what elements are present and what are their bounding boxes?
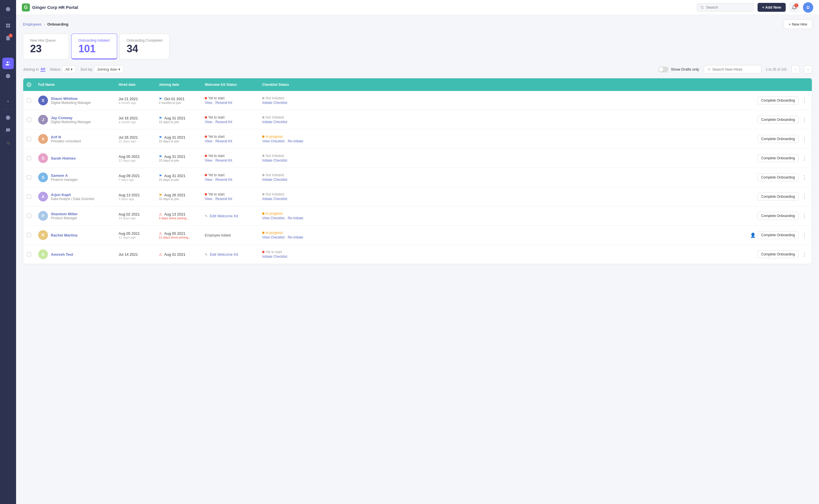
welcome-action-1[interactable]: Resend Kit	[215, 101, 232, 105]
initiate-checklist-link[interactable]: Initiate Checklist	[262, 101, 313, 105]
employee-name[interactable]: Shaun Whitlow	[51, 96, 91, 101]
initiate-checklist-link[interactable]: Initiate Checklist	[262, 120, 313, 124]
view-checklist-link[interactable]: View Checklist	[262, 139, 284, 143]
complete-onboarding-button[interactable]: Complete Onboarding	[758, 116, 799, 124]
sidebar-item-people[interactable]	[2, 58, 14, 69]
complete-onboarding-button[interactable]: Complete Onboarding	[758, 135, 799, 143]
hired-date: Aug 05 2021	[119, 231, 152, 236]
checklist-action-links: View Checklist | Re-initiate	[262, 139, 313, 143]
row-action-menu[interactable]: ⋮	[800, 135, 808, 143]
complete-onboarding-button[interactable]: Complete Onboarding	[758, 154, 799, 162]
initiate-checklist-link[interactable]: Initiate Checklist	[262, 158, 313, 162]
complete-onboarding-button[interactable]: Complete Onboarding	[758, 231, 799, 239]
reinitiate-link[interactable]: Re-initiate	[288, 235, 303, 239]
employee-name[interactable]: Rachel Martina	[51, 233, 77, 237]
actions-cell: Complete Onboarding ⋮	[316, 134, 812, 144]
search-hires-input[interactable]	[712, 67, 757, 71]
edit-welcome-kit-link[interactable]: Edit Welcome Kit	[210, 252, 238, 257]
complete-onboarding-button[interactable]: Complete Onboarding	[758, 96, 799, 104]
row-action-menu[interactable]: ⋮	[800, 212, 808, 220]
next-page-button[interactable]	[804, 65, 812, 73]
table-row: P Shantom Miller Product Manager Aug 02 …	[23, 206, 812, 226]
employee-name[interactable]: Sarah Holmes	[51, 156, 76, 160]
user-avatar[interactable]: D	[803, 2, 813, 13]
notification-icon[interactable]: 1	[789, 2, 799, 13]
row-checkbox[interactable]	[27, 137, 31, 141]
row-action-menu[interactable]: ⋮	[800, 231, 808, 239]
sidebar-item-lists[interactable]	[2, 45, 14, 57]
initiate-checklist-link[interactable]: Initiate Checklist	[262, 197, 313, 201]
sidebar-item-chat[interactable]	[2, 125, 14, 136]
welcome-action-links: View|Resend Kit	[205, 178, 255, 182]
row-checkbox[interactable]	[27, 175, 31, 180]
welcome-cell: Yet to start View|Resend Kit	[201, 172, 259, 183]
welcome-action-0[interactable]: View	[205, 178, 212, 182]
welcome-action-0[interactable]: View	[205, 197, 212, 201]
welcome-action-0[interactable]: View	[205, 158, 212, 162]
welcome-action-1[interactable]: Resend Kit	[215, 197, 232, 201]
welcome-action-1[interactable]: Resend Kit	[215, 158, 232, 162]
welcome-action-1[interactable]: Resend Kit	[215, 178, 232, 182]
stat-card-initiated[interactable]: Onboarding Initiated 101	[71, 34, 117, 59]
row-action-menu[interactable]: ⋮	[800, 116, 808, 124]
complete-onboarding-button[interactable]: Complete Onboarding	[758, 193, 799, 201]
topnav-search-input[interactable]	[706, 5, 750, 9]
welcome-action-1[interactable]: Resend Kit	[215, 139, 232, 143]
chevron-right-icon	[807, 68, 810, 71]
sort-select[interactable]: Joining date ▾	[94, 65, 123, 73]
welcome-action-0[interactable]: View	[205, 101, 212, 105]
view-checklist-link[interactable]: View Checklist	[262, 216, 284, 220]
sidebar-item-settings[interactable]	[2, 96, 14, 107]
employee-name[interactable]: Arif N	[51, 135, 81, 139]
initiate-checklist-link[interactable]: Initiate Checklist	[262, 178, 313, 182]
header-status-indicator	[27, 82, 31, 87]
view-checklist-link[interactable]: View Checklist	[262, 235, 284, 239]
employee-name[interactable]: Amresh Test	[51, 252, 73, 257]
row-action-menu[interactable]: ⋮	[800, 173, 808, 181]
row-checkbox[interactable]	[27, 98, 31, 103]
welcome-action-0[interactable]: View	[205, 120, 212, 124]
initiate-checklist-link[interactable]: Initiate Checklist	[262, 255, 313, 259]
status-select[interactable]: All ▾	[62, 65, 75, 73]
sidebar-item-apps[interactable]	[2, 137, 14, 149]
welcome-action-1[interactable]: Resend Kit	[215, 120, 232, 124]
row-checkbox[interactable]	[27, 252, 31, 257]
sidebar-item-reports[interactable]	[2, 83, 14, 94]
complete-onboarding-button[interactable]: Complete Onboarding	[758, 250, 799, 258]
complete-onboarding-button[interactable]: Complete Onboarding	[758, 173, 799, 181]
stat-card-queue[interactable]: New Hire Queue 23	[23, 34, 69, 59]
employee-name[interactable]: Sameer A	[51, 173, 78, 178]
row-action-menu[interactable]: ⋮	[800, 193, 808, 201]
welcome-action-0[interactable]: View	[205, 139, 212, 143]
employee-name[interactable]: Arjun Kapil	[51, 193, 94, 197]
row-action-menu[interactable]: ⋮	[800, 96, 808, 104]
edit-welcome-kit-link[interactable]: Edit Welcome Kit	[210, 214, 238, 218]
row-action-menu[interactable]: ⋮	[800, 154, 808, 162]
sidebar-item-help[interactable]	[2, 112, 14, 123]
search-hires[interactable]	[704, 65, 761, 73]
stat-card-completed[interactable]: Onboarding Completed 34	[119, 34, 169, 59]
add-new-button[interactable]: + Add New	[758, 3, 786, 12]
prev-page-button[interactable]	[791, 65, 799, 73]
row-checkbox[interactable]	[27, 117, 31, 122]
joining-value[interactable]: All	[40, 67, 45, 72]
row-checkbox[interactable]	[27, 194, 31, 199]
row-checkbox[interactable]	[27, 233, 31, 237]
reinitiate-link[interactable]: Re-initiate	[288, 139, 303, 143]
row-action-menu[interactable]: ⋮	[800, 250, 808, 258]
row-checkbox[interactable]	[27, 156, 31, 160]
topnav-search[interactable]	[697, 3, 754, 11]
sidebar-item-time[interactable]	[2, 70, 14, 82]
new-hire-button[interactable]: + New Hire	[784, 20, 812, 29]
complete-onboarding-button[interactable]: Complete Onboarding	[758, 212, 799, 220]
breadcrumb-parent[interactable]: Employees	[23, 22, 41, 26]
reinitiate-link[interactable]: Re-initiate	[288, 216, 303, 220]
employee-name[interactable]: Shantom Miller	[51, 212, 78, 216]
sidebar-item-documents[interactable]: 3	[2, 32, 14, 44]
drafts-toggle[interactable]	[658, 67, 669, 72]
hired-date-cell: Jul 16 2021 a month ago	[115, 115, 155, 125]
sidebar-item-dashboard[interactable]	[2, 20, 14, 31]
row-checkbox[interactable]	[27, 214, 31, 218]
welcome-status-text: Yet to start	[205, 154, 255, 158]
employee-name[interactable]: Jay Conway	[51, 116, 91, 120]
